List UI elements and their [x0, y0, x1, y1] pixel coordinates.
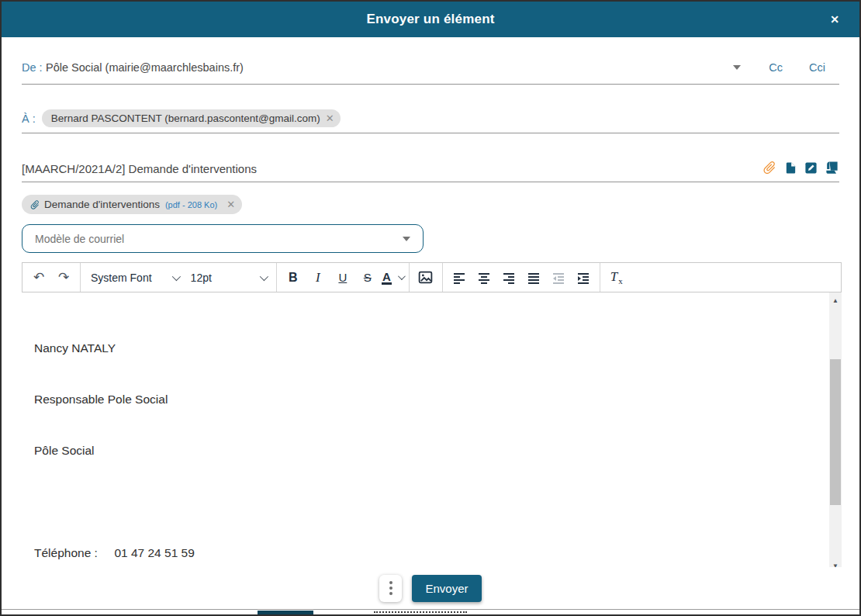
to-field[interactable]: À : Bernard PASCONTENT (bernard.pasconte… [22, 109, 839, 133]
attachment-name: Demande d'interventions [44, 199, 160, 210]
chevron-down-icon [398, 272, 406, 280]
template-select-placeholder: Modèle de courriel [35, 233, 403, 245]
scroll-up-icon[interactable]: ▲ [829, 294, 842, 306]
attachment-meta: (pdf - 208 Ko) [165, 200, 217, 209]
body-line: Téléphone : 01 47 24 51 59 [34, 545, 818, 562]
send-button[interactable]: Envoyer [412, 575, 481, 602]
strikethrough-button[interactable]: S [355, 265, 380, 290]
indent-icon [576, 270, 591, 286]
editor-scrollbar[interactable]: ▲ ▼ [829, 292, 842, 573]
to-label: À : [22, 112, 36, 125]
align-justify-icon [526, 270, 541, 286]
attachments-area: Demande d'interventions (pdf - 208 Ko) ✕ [22, 195, 839, 214]
attach-file-button[interactable] [762, 160, 777, 175]
rich-text-editor: ↶ ↷ System Font 12pt B I U [22, 262, 842, 573]
remove-recipient-icon[interactable]: ✕ [326, 112, 334, 124]
scrollbar-thumb[interactable] [830, 359, 841, 505]
add-model-button[interactable] [825, 161, 839, 175]
scroll-icon [825, 161, 839, 175]
background-accent [258, 611, 313, 615]
body-line [34, 493, 818, 510]
align-left-button[interactable] [447, 265, 472, 290]
edit-icon [804, 161, 818, 175]
body-line: Nancy NATALY [34, 340, 818, 357]
add-document-button[interactable] [784, 161, 797, 175]
recipient-chip: Bernard PASCONTENT (bernard.pascontent@g… [42, 109, 341, 127]
more-options-button[interactable] [379, 575, 402, 602]
remove-attachment-icon[interactable]: ✕ [226, 199, 235, 210]
modal-header: Envoyer un élément ✕ [2, 2, 859, 37]
redo-button[interactable]: ↷ [51, 265, 76, 290]
align-right-button[interactable] [496, 265, 521, 290]
text-color-button[interactable]: A [380, 265, 405, 290]
paperclip-icon [762, 160, 777, 175]
recipient-name: Bernard PASCONTENT (bernard.pascontent@g… [51, 112, 320, 124]
font-family-select[interactable]: System Font [85, 272, 185, 284]
from-label: De : [22, 61, 43, 74]
attachment-chip: Demande d'interventions (pdf - 208 Ko) ✕ [22, 195, 242, 214]
chevron-down-icon [171, 272, 180, 280]
template-select[interactable]: Modèle de courriel [22, 224, 424, 253]
align-center-icon [476, 270, 492, 286]
font-size-select[interactable]: 12pt [185, 272, 272, 284]
italic-button[interactable]: I [306, 265, 330, 290]
undo-icon: ↶ [33, 269, 44, 286]
outdent-icon [551, 270, 566, 286]
modal-title: Envoyer un élément [366, 12, 494, 27]
modal-body: De : Pôle Social (mairie@maarchlesbains.… [2, 61, 859, 573]
modal-footer: Envoyer [2, 567, 859, 609]
editor-canvas[interactable]: Nancy NATALY Responsable Pole Social Pôl… [22, 292, 842, 573]
edit-document-button[interactable] [804, 161, 818, 175]
clear-format-icon: Tx [610, 269, 623, 286]
subject-field[interactable]: [MAARCH/2021A/2] Demande d'interventions [22, 160, 839, 182]
from-field[interactable]: De : Pôle Social (mairie@maarchlesbains.… [22, 61, 839, 85]
insert-image-button[interactable] [413, 265, 438, 290]
document-icon [784, 161, 797, 175]
indent-button[interactable] [571, 265, 596, 290]
subject-value[interactable]: [MAARCH/2021A/2] Demande d'interventions [22, 162, 762, 175]
body-line: Responsable Pole Social [34, 391, 818, 408]
background-page-strip [2, 609, 859, 614]
redo-icon: ↷ [58, 269, 69, 286]
align-right-icon [501, 270, 517, 286]
paperclip-icon [29, 199, 40, 210]
cc-button[interactable]: Cc [769, 61, 783, 74]
chevron-down-icon [403, 237, 410, 241]
background-dotted-line [374, 611, 467, 613]
send-element-modal: Envoyer un élément ✕ De : Pôle Social (m… [0, 0, 861, 616]
clear-formatting-button[interactable]: Tx [604, 265, 629, 290]
align-left-icon [451, 270, 467, 286]
forecolor-icon: A [382, 271, 392, 285]
close-icon[interactable]: ✕ [830, 2, 839, 37]
chevron-down-icon[interactable] [733, 65, 741, 70]
undo-button[interactable]: ↶ [26, 265, 51, 290]
kebab-icon [389, 581, 392, 595]
image-icon [417, 269, 434, 286]
align-center-button[interactable] [472, 265, 496, 290]
chevron-down-icon [260, 272, 268, 280]
align-justify-button[interactable] [521, 265, 546, 290]
outdent-button[interactable] [546, 265, 571, 290]
from-value: Pôle Social (mairie@maarchlesbains.fr) [46, 61, 244, 74]
body-line: Pôle Social [34, 442, 818, 459]
editor-toolbar: ↶ ↷ System Font 12pt B I U [22, 262, 842, 292]
underline-button[interactable]: U [330, 265, 355, 290]
bold-button[interactable]: B [281, 265, 306, 290]
cci-button[interactable]: Cci [809, 61, 825, 74]
